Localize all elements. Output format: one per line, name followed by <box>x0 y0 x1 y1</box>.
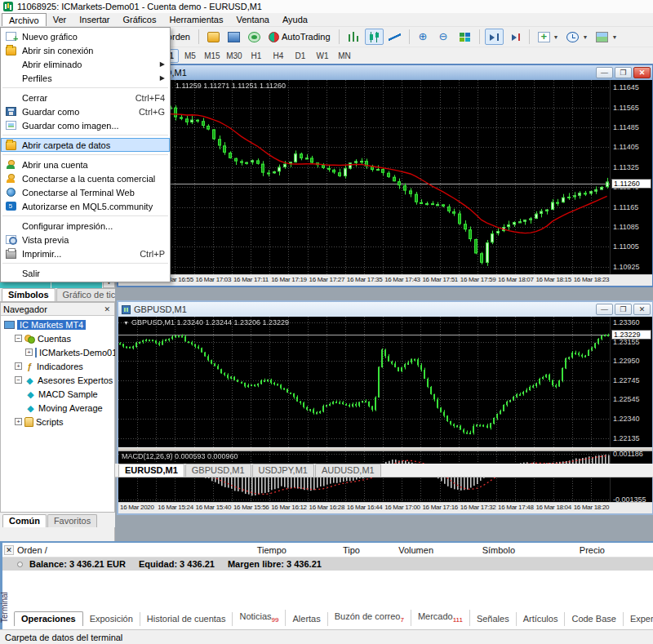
menu-item-archivo[interactable]: Archivo <box>2 13 47 26</box>
terminal-tab-code-base[interactable]: Code Base <box>565 612 623 626</box>
column-header-s-mbolo[interactable]: Símbolo <box>442 545 523 555</box>
file-menu-item-abrir-eliminado[interactable]: Abrir eliminado▶ <box>1 57 170 71</box>
file-menu-item-abrir-carpeta-de-datos[interactable]: Abrir carpeta de datos <box>1 138 170 152</box>
zoom-in-button[interactable] <box>415 29 433 45</box>
expand-icon[interactable]: + <box>15 362 22 370</box>
gbpusd-price-axis[interactable]: 1.233601.231551.229501.227451.225451.223… <box>610 317 652 447</box>
terminal-tab-art-culos[interactable]: Artículos <box>517 612 566 626</box>
tree-item-indicadores[interactable]: +ƒIndicadores <box>1 359 114 373</box>
deposit-button[interactable] <box>204 29 223 45</box>
candlestick-button[interactable] <box>365 29 384 45</box>
minimize-button[interactable]: — <box>596 67 613 78</box>
column-header-orden[interactable]: Orden / <box>17 545 180 555</box>
file-menu-item-salir[interactable]: Salir <box>1 266 170 280</box>
file-menu-item-imprimir[interactable]: Imprimir...Ctrl+P <box>1 246 170 260</box>
timeframe-button-d1[interactable]: D1 <box>290 49 311 63</box>
virtual-hosting-button[interactable] <box>224 29 243 45</box>
restore-button[interactable]: ❐ <box>615 304 632 315</box>
tree-item-scripts[interactable]: +Scripts <box>1 415 114 429</box>
close-button[interactable]: ✕ <box>633 304 651 315</box>
file-menu-item-vista-previa[interactable]: Vista previa <box>1 233 170 246</box>
symbol-dropdown-icon[interactable]: ▼ <box>123 320 129 326</box>
file-menu-item-guardar-como[interactable]: Guardar comoCtrl+G <box>1 104 170 118</box>
chart-tab-usdjpy-m1[interactable]: USDJPY,M1 <box>252 464 314 477</box>
expand-icon[interactable]: + <box>25 349 33 356</box>
autoscroll-button[interactable] <box>485 29 504 45</box>
menu-item-insertar[interactable]: Insertar <box>73 13 116 26</box>
tree-item-icmarkets-demo01[interactable]: +ICMarkets-Demo01 <box>1 345 114 359</box>
tab-s-mbolos[interactable]: Símbolos <box>2 288 56 301</box>
navigator-close-icon[interactable]: ✕ <box>102 305 112 313</box>
balance-row[interactable]: Balance: 3 436.21 EUR Equidad: 3 436.21 … <box>2 557 653 571</box>
tab-com-n[interactable]: Común <box>2 514 47 527</box>
chart-tab-audusd-m1[interactable]: AUDUSD,M1 <box>315 464 381 477</box>
line-chart-button[interactable] <box>385 29 404 45</box>
file-menu-item-autorizarse-en-mql5-community[interactable]: 5Autorizarse en MQL5.community <box>1 199 170 213</box>
minimize-button[interactable]: — <box>596 304 613 315</box>
signals-button[interactable] <box>245 29 264 45</box>
gbpusd-time-axis[interactable]: 16 Mar 202016 Mar 15:2416 Mar 15:4016 Ma… <box>118 502 652 513</box>
terminal-tab-alertas[interactable]: Alertas <box>286 612 327 626</box>
file-menu-item-conectarse-a-la-cuenta-comercial[interactable]: Conectarse a la cuenta comercial <box>1 171 170 185</box>
terminal-tab-noticias[interactable]: Noticias99 <box>233 610 286 626</box>
chart-tab-eurusd-m1[interactable]: EURUSD,M1 <box>118 464 184 477</box>
file-menu-item-abrir-una-cuenta[interactable]: Abrir una cuenta <box>1 158 170 171</box>
eurusd-price-axis[interactable]: 1.116451.115651.114851.114051.113251.112… <box>610 80 652 274</box>
file-menu-item-perfiles[interactable]: Perfiles▶ <box>1 71 170 85</box>
terminal-side-tab[interactable]: Terminal <box>0 579 11 628</box>
file-menu-item-cerrar[interactable]: CerrarCtrl+F4 <box>1 91 170 104</box>
tree-item-asesores-expertos[interactable]: −◆Asesores Expertos <box>1 373 114 387</box>
collapse-icon[interactable]: − <box>15 335 22 342</box>
indicators-button[interactable]: ▼ <box>535 29 562 45</box>
timeframe-button-w1[interactable]: W1 <box>312 49 333 63</box>
templates-button[interactable]: ▼ <box>593 29 620 45</box>
column-header-precio[interactable]: Precio <box>523 545 613 555</box>
restore-button[interactable]: ❐ <box>615 67 632 78</box>
terminal-tab-se-ales[interactable]: Señales <box>470 612 517 626</box>
terminal-tab-buz-n-de-correo[interactable]: Buzón de correo7 <box>328 610 411 626</box>
gbpusd-chart-plot[interactable]: ▼GBPUSD,M1 1.23240 1.23244 1.23206 1.232… <box>118 317 610 447</box>
chart-shift-button[interactable] <box>505 29 524 45</box>
terminal-tab-exposici-n[interactable]: Exposición <box>83 612 140 626</box>
menu-item-ventana[interactable]: Ventana <box>230 13 276 26</box>
terminal-tab-expertos[interactable]: Expertos <box>624 612 653 626</box>
tile-windows-button[interactable] <box>455 29 474 45</box>
tab-favoritos[interactable]: Favoritos <box>47 514 97 527</box>
eurusd-time-axis[interactable]: 16 Mar 202016 Mar 16:5516 Mar 17:0316 Ma… <box>118 274 652 286</box>
periods-button[interactable]: ▼ <box>563 29 591 45</box>
column-header-volumen[interactable]: Volumen <box>368 545 442 555</box>
menu-item-herramientas[interactable]: Herramientas <box>162 13 229 26</box>
file-menu-item-guardar-como-imagen[interactable]: Guardar como imagen... <box>1 118 170 132</box>
autotrading-button[interactable]: AutoTrading <box>265 29 334 45</box>
terminal-tab-operaciones[interactable]: Operaciones <box>14 611 83 626</box>
tree-item-ic-markets-mt4[interactable]: IC Markets MT4 <box>1 318 114 331</box>
chart-window-gbpusd-titlebar[interactable]: GBPUSD,M1 — ❐ ✕ <box>118 302 652 317</box>
zoom-out-button[interactable] <box>435 29 454 45</box>
file-menu-item-conectarse-al-terminal-web[interactable]: Conectarse al Terminal Web <box>1 185 170 199</box>
menu-item-gr-ficos[interactable]: Gráficos <box>117 13 163 26</box>
file-menu-item-nuevo-gr-fico[interactable]: Nuevo gráfico <box>1 29 170 43</box>
terminal-tab-historial-de-cuentas[interactable]: Historial de cuentas <box>140 612 233 626</box>
tree-item-moving-average[interactable]: ◆Moving Average <box>1 401 114 415</box>
file-menu-item-configurar-impresi-n[interactable]: Configurar impresión... <box>1 219 170 233</box>
chart-tab-gbpusd-m1[interactable]: GBPUSD,M1 <box>185 464 251 477</box>
chart-window-eurusd-titlebar[interactable]: EURUSD,M1 — ❐ ✕ <box>118 65 652 80</box>
timeframe-button-m30[interactable]: M30 <box>224 49 245 63</box>
timeframe-button-h4[interactable]: H4 <box>268 49 289 63</box>
tree-item-cuentas[interactable]: −Cuentas <box>1 331 114 345</box>
terminal-close-icon[interactable]: ✕ <box>4 545 14 555</box>
expand-icon[interactable]: + <box>15 418 22 425</box>
menu-item-ver[interactable]: Ver <box>47 13 73 26</box>
timeframe-button-m15[interactable]: M15 <box>202 49 223 63</box>
eurusd-chart-plot[interactable]: 1.11259 1.11271 1.11251 1.11260 <box>118 80 610 274</box>
timeframe-button-h1[interactable]: H1 <box>246 49 267 63</box>
timeframe-button-mn[interactable]: MN <box>334 49 355 63</box>
terminal-tab-mercado[interactable]: Mercado111 <box>411 610 470 626</box>
tree-item-macd-sample[interactable]: ◆MACD Sample <box>1 387 114 401</box>
file-menu-item-abrir-sin-conexi-n[interactable]: Abrir sin conexión <box>1 43 170 57</box>
column-header-tipo[interactable]: Tipo <box>295 545 368 555</box>
menu-item-ayuda[interactable]: Ayuda <box>276 13 314 26</box>
bar-chart-button[interactable] <box>344 29 363 45</box>
collapse-icon[interactable]: − <box>15 376 22 384</box>
timeframe-button-m5[interactable]: M5 <box>180 49 201 63</box>
